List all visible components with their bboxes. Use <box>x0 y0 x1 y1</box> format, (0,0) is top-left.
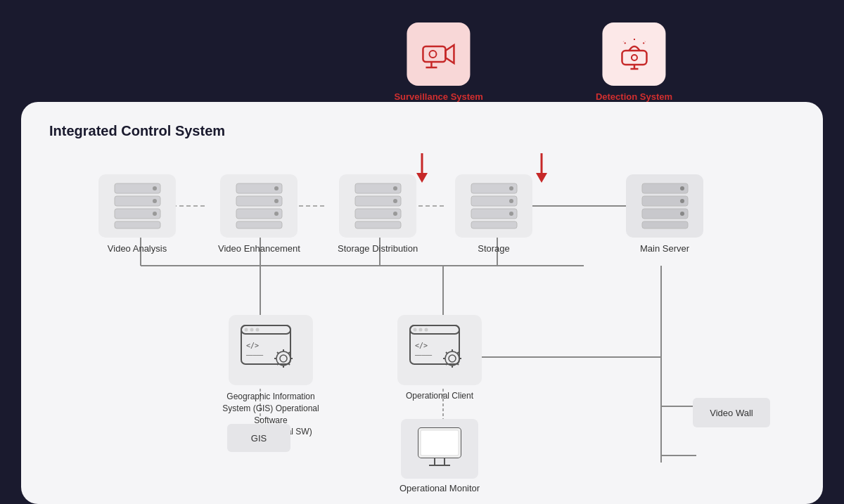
svg-point-59 <box>509 199 513 203</box>
main-server-node: Main Server <box>626 174 703 254</box>
svg-text:</>: </> <box>246 342 259 349</box>
svg-point-72 <box>244 328 248 332</box>
svg-rect-106 <box>421 430 459 455</box>
svg-line-85 <box>277 363 279 365</box>
video-analysis-label: Video Analysis <box>108 243 167 254</box>
server-rack-svg-4 <box>468 182 520 230</box>
main-server-svg <box>639 182 691 230</box>
video-enhancement-icon <box>220 174 298 238</box>
svg-rect-41 <box>115 221 160 228</box>
svg-line-10 <box>643 41 645 44</box>
storage-icon <box>455 174 532 238</box>
svg-rect-5 <box>622 51 646 65</box>
svg-point-2 <box>430 51 437 58</box>
storage-node: Storage <box>455 174 532 254</box>
svg-point-66 <box>680 199 684 203</box>
storage-distribution-label: Storage Distribution <box>338 243 418 254</box>
video-wall-box: Video Wall <box>693 398 770 427</box>
svg-text:</>: </> <box>415 342 428 349</box>
video-analysis-icon <box>98 174 176 238</box>
svg-line-86 <box>288 352 290 354</box>
svg-text:─────: ───── <box>245 352 263 358</box>
gis-code-icon: </> ───── <box>238 322 305 378</box>
svg-rect-55 <box>355 221 401 228</box>
svg-point-40 <box>153 212 157 216</box>
svg-rect-48 <box>236 221 282 228</box>
svg-line-102 <box>446 363 447 365</box>
svg-point-54 <box>393 212 397 216</box>
video-wall-label: Video Wall <box>710 408 753 418</box>
gis-software-node: </> ───── Geograp <box>215 315 327 438</box>
operational-client-icon: </> ───── <box>397 315 482 385</box>
detection-icon-box <box>602 22 665 86</box>
svg-point-90 <box>418 328 422 332</box>
surveillance-camera-icon <box>418 37 460 72</box>
card-title: Integrated Control System <box>49 123 795 139</box>
surveillance-label: Surveillance System <box>394 91 482 102</box>
svg-rect-88 <box>410 325 459 334</box>
svg-point-73 <box>250 328 253 332</box>
svg-point-91 <box>424 328 428 332</box>
svg-point-74 <box>255 328 259 332</box>
storage-distribution-node: Storage Distribution <box>338 174 418 254</box>
svg-point-43 <box>274 186 279 190</box>
operational-monitor-label: Operational Monitor <box>399 483 480 493</box>
video-analysis-node: Video Analysis <box>98 174 176 254</box>
svg-point-57 <box>509 186 513 190</box>
svg-point-68 <box>680 212 684 216</box>
server-rack-svg-2 <box>233 182 286 230</box>
diagram-area: Video Analysis Video Enhancement <box>49 153 795 504</box>
svg-point-36 <box>153 186 157 190</box>
svg-line-9 <box>623 41 625 44</box>
gis-leaf-box: GIS <box>227 424 290 452</box>
gis-software-icon: </> ───── <box>229 315 313 385</box>
svg-line-103 <box>457 352 459 354</box>
gis-leaf-node: GIS <box>227 424 290 452</box>
svg-marker-15 <box>536 173 547 183</box>
server-rack-svg-3 <box>352 182 404 230</box>
svg-point-78 <box>280 355 287 362</box>
surveillance-icon-box <box>407 22 471 86</box>
svg-point-95 <box>449 355 456 362</box>
top-section: Surveillance System <box>0 0 844 102</box>
svg-point-61 <box>509 212 513 216</box>
svg-line-84 <box>288 363 290 365</box>
detection-label: Detection System <box>596 91 672 102</box>
svg-point-47 <box>274 212 279 216</box>
operational-client-label: Operational Client <box>406 391 473 401</box>
operational-monitor-node: Operational Monitor <box>399 419 480 493</box>
svg-marker-1 <box>446 45 454 63</box>
video-enhancement-node: Video Enhancement <box>218 174 300 254</box>
server-rack-svg <box>111 182 164 230</box>
video-enhancement-label: Video Enhancement <box>218 243 300 254</box>
monitor-svg <box>415 426 464 472</box>
svg-line-83 <box>277 352 279 354</box>
outer-wrapper: Surveillance System <box>0 0 844 504</box>
detection-alarm-icon <box>615 37 653 72</box>
svg-line-100 <box>446 352 447 354</box>
svg-rect-69 <box>642 221 688 228</box>
detection-system-item: Detection System <box>596 22 672 102</box>
svg-marker-13 <box>416 173 428 183</box>
svg-point-45 <box>274 199 279 203</box>
svg-point-11 <box>631 55 637 60</box>
svg-rect-71 <box>241 325 290 334</box>
operational-client-node: </> ───── Operati <box>397 315 482 401</box>
operational-code-icon: </> ───── <box>407 322 473 378</box>
svg-rect-62 <box>471 221 517 228</box>
main-card: Integrated Control System <box>21 102 823 504</box>
svg-point-38 <box>153 199 157 203</box>
surveillance-system-item: Surveillance System <box>394 22 482 102</box>
gis-leaf-label: GIS <box>251 433 267 444</box>
svg-point-52 <box>393 199 397 203</box>
storage-label: Storage <box>478 243 510 254</box>
svg-point-89 <box>413 328 416 332</box>
svg-line-101 <box>457 363 459 365</box>
svg-point-64 <box>680 186 684 190</box>
main-server-label: Main Server <box>640 243 689 254</box>
main-server-icon <box>626 174 703 238</box>
top-icons-row: Surveillance System <box>394 22 672 102</box>
video-wall-node: Video Wall <box>693 398 770 427</box>
storage-distribution-icon <box>339 174 416 238</box>
svg-point-50 <box>393 186 397 190</box>
